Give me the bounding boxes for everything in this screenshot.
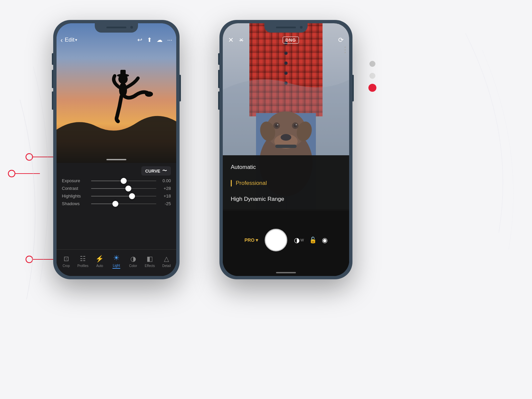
undo-icon[interactable]: ↩ [137, 36, 142, 44]
cloud-icon[interactable]: ☁ [157, 36, 163, 44]
nav-effects[interactable]: ◧ Effects [142, 255, 158, 268]
phone2-speaker [276, 27, 296, 28]
phone1-device: ‹ Edit ▾ ↩ ⬆ ☁ ··· CURVE 〜 [53, 20, 180, 279]
profiles-label: Profiles [77, 264, 88, 268]
exposure-value: 0.00 [159, 178, 171, 183]
pro-mode-button[interactable]: PRO ▾ [244, 237, 258, 243]
phone2-volume-up[interactable] [218, 70, 219, 88]
svg-point-0 [26, 154, 33, 160]
contrast-value: +28 [159, 186, 171, 191]
contrast-label: Contrast [62, 186, 88, 191]
bottom-nav: ⊡ Crop ☷ Profiles ⚡ Auto ☀ Light ◑ [57, 249, 176, 276]
hdr-option[interactable]: High Dynamic Range [223, 191, 349, 207]
shadows-thumb[interactable] [112, 201, 118, 207]
automatic-label: Automatic [231, 164, 256, 171]
exposure-slider-row: Exposure 0.00 [62, 178, 171, 183]
phone2-front-camera [300, 26, 303, 29]
svg-point-23 [284, 52, 288, 55]
svg-point-7 [369, 73, 375, 79]
front-camera [130, 26, 133, 29]
exposure-track[interactable] [91, 181, 156, 181]
exposure-thumb[interactable] [121, 178, 127, 184]
export-icon[interactable]: ⬆ [147, 36, 152, 44]
highlights-label: Highlights [62, 194, 88, 199]
light-icon: ☀ [113, 254, 120, 262]
curve-button[interactable]: CURVE 〜 [141, 166, 171, 176]
svg-point-14 [145, 91, 153, 97]
shadows-fill [91, 203, 115, 204]
professional-label: Professional [236, 180, 267, 187]
side-dot-2 [344, 49, 346, 51]
highlights-thumb[interactable] [129, 193, 135, 199]
shutter-button[interactable] [265, 229, 287, 251]
phone2-volume-down[interactable] [218, 91, 219, 110]
color-icon: ◑ [130, 255, 136, 263]
phone2-volume-mute[interactable] [218, 53, 219, 65]
nav-detail[interactable]: △ Detail [159, 255, 175, 268]
pro-label: PRO [244, 237, 254, 243]
shutter-inner [266, 230, 286, 250]
contrast-track[interactable] [91, 188, 156, 189]
dng-badge[interactable]: DNG [283, 37, 299, 44]
professional-option[interactable]: Professional [223, 175, 349, 191]
curve-row: CURVE 〜 [57, 163, 176, 177]
highlights-slider-row: Highlights +18 [62, 194, 171, 199]
crop-icon: ⊡ [64, 255, 69, 263]
contrast-fill [91, 188, 128, 189]
nav-profiles[interactable]: ☷ Profiles [75, 255, 91, 268]
shadows-value: -25 [159, 201, 171, 206]
side-dots [344, 47, 346, 53]
svg-point-6 [369, 61, 375, 67]
volume-mute-button[interactable] [52, 53, 53, 65]
power-button[interactable] [180, 75, 181, 101]
moon-icon[interactable]: ◑W [294, 236, 304, 244]
auto-label: Auto [96, 264, 103, 268]
svg-point-10 [119, 82, 127, 97]
shadows-slider-row: Shadows -25 [62, 201, 171, 206]
nav-light[interactable]: ☀ Light [108, 254, 124, 269]
main-controls-row: PRO ▾ ◑W 🔓 ◉ [244, 229, 328, 251]
volume-down-button[interactable] [52, 91, 53, 110]
camera-topbar: ✕ ✕ DNG ⟳ [223, 33, 349, 47]
right-controls: ◑W 🔓 ◉ [294, 236, 327, 244]
volume-up-button[interactable] [52, 70, 53, 88]
curve-icon: 〜 [162, 168, 167, 174]
photo-area: ‹ Edit ▾ ↩ ⬆ ☁ ··· [57, 23, 176, 163]
edit-title: Edit [65, 37, 74, 43]
close-button[interactable]: ✕ [228, 36, 234, 44]
shadows-label: Shadows [62, 201, 88, 206]
detail-icon: △ [164, 255, 169, 263]
back-button[interactable]: ‹ [61, 36, 63, 44]
edit-chevron[interactable]: ▾ [75, 38, 77, 42]
exposure-label: Exposure [62, 178, 88, 183]
nav-auto[interactable]: ⚡ Auto [92, 255, 108, 268]
nav-color[interactable]: ◑ Color [125, 255, 141, 268]
profiles-icon: ☷ [80, 255, 86, 263]
hdr-dropdown: Automatic Professional High Dynamic Rang… [223, 155, 349, 211]
svg-point-25 [284, 71, 288, 75]
auto-icon: ⚡ [95, 255, 104, 263]
shadows-track[interactable] [91, 203, 156, 204]
lock-icon[interactable]: 🔓 [309, 236, 317, 244]
flip-camera-icon[interactable]: ⟳ [338, 36, 344, 44]
active-indicator [112, 268, 120, 269]
nav-crop[interactable]: ⊡ Crop [58, 255, 74, 268]
crop-label: Crop [63, 264, 70, 268]
speaker [106, 27, 126, 28]
edit-panel: CURVE 〜 Exposure 0.00 Contrast [57, 163, 176, 276]
automatic-option[interactable]: Automatic [223, 159, 349, 175]
sliders-container: Exposure 0.00 Contrast +28 [57, 177, 176, 211]
more-icon[interactable]: ··· [167, 37, 172, 44]
phone2-power[interactable] [352, 75, 354, 101]
svg-point-8 [368, 84, 376, 92]
contrast-thumb[interactable] [125, 186, 131, 192]
highlights-track[interactable] [91, 196, 156, 197]
selected-indicator [231, 180, 232, 187]
svg-point-4 [26, 256, 33, 263]
svg-point-24 [284, 62, 288, 65]
lens-icon[interactable]: ◉ [322, 236, 328, 244]
exposure-fill [91, 181, 124, 181]
color-label: Color [129, 264, 137, 268]
flash-icon[interactable]: ✕ [239, 37, 243, 43]
curve-label: CURVE [145, 169, 160, 174]
